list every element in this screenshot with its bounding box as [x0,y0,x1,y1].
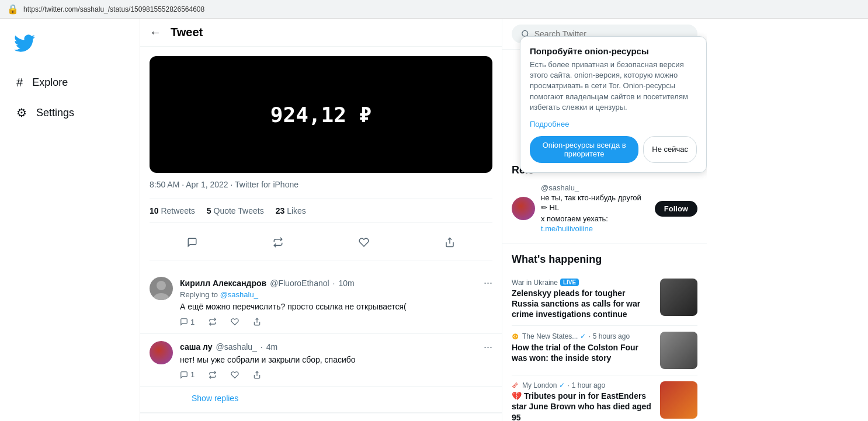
share-action-button[interactable] [440,232,460,255]
happening-category-june-brown: 🗞 My London ✓ · 1 hour ago [512,381,654,389]
show-replies-button[interactable]: Show replies [182,387,502,410]
happening-item-ukraine[interactable]: War in Ukraine LIVE Zelenskyy pleads for… [512,273,697,326]
onion-secondary-button[interactable]: Не сейчас [643,136,697,163]
happening-text-ukraine: War in Ukraine LIVE Zelenskyy pleads for… [512,279,654,320]
verified-icon-june-brown: ✓ [559,381,565,389]
svg-point-1 [157,281,166,290]
svg-point-5 [522,30,528,36]
happening-text-june-brown: 🗞 My London ✓ · 1 hour ago 💔 Tributes po… [512,381,654,421]
happening-thumb-june-brown [660,381,697,419]
onion-primary-button[interactable]: Onion-ресурсы всегда в приоритете [530,136,638,163]
reply-user-sasha: саша лу @sashalu_ · 4m [180,342,277,352]
reply-item-sasha: саша лу @sashalu_ · 4m ··· нет! мы уже с… [140,334,502,387]
kirill-time-val: 10m [339,279,355,288]
sasha-share-btn[interactable] [253,370,261,379]
retweet-stat[interactable]: 10 Retweets [150,206,195,215]
kirill-reply-btn[interactable]: 1 [180,318,195,326]
kirill-more-button[interactable]: ··· [484,277,492,289]
follow-button[interactable]: Follow [655,201,697,217]
right-sidebar: Попробуйте onion-ресурсы Есть более прив… [502,19,707,421]
happening-thumb-ukraine [660,279,697,316]
sasha-retweet-btn[interactable] [209,370,217,379]
reply-header-kirill: Кирилл Александров @FluoroEthanol · 10m … [180,277,492,289]
retweet-action-button[interactable] [268,232,288,255]
tweet-actions [150,228,492,260]
onion-popup-link[interactable]: Подробнее [530,120,569,128]
quote-stat[interactable]: 5 Quote Tweets [207,206,264,215]
person-handle-sasha[interactable]: @sashalu_ [541,183,649,192]
reply-action-button[interactable] [182,232,202,255]
sasha-reply-btn[interactable]: 1 [180,370,195,379]
reply-user-kirill: Кирилл Александров @FluoroEthanol · 10m [180,279,355,288]
tweet-meta: 8:50 AM · Apr 1, 2022 · Twitter for iPho… [150,180,492,189]
happening-title-colston: How the trial of the Colston Four was wo… [512,342,654,363]
person-item-sasha: @sashalu_ не ты, так кто-нибудь другой ✏… [512,183,697,234]
tweet-page-title: Tweet [171,26,203,39]
kirill-avatar[interactable] [150,277,173,300]
onion-popup-text: Есть более приватная и безопасная версия… [530,60,697,113]
happening-text-colston: ⊛ The New States... ✓ · 5 hours ago How … [512,332,654,369]
like-action-button[interactable] [354,232,374,255]
live-badge: LIVE [560,279,579,286]
kirill-share-btn[interactable] [253,318,261,326]
kirill-replying: Replying to @sashalu_ [180,290,492,299]
happening-item-colston[interactable]: ⊛ The New States... ✓ · 5 hours ago How … [512,326,697,375]
tweet-body: 924,12 ₽ 8:50 AM · Apr 1, 2022 · Twitter… [140,47,502,270]
happening-thumb-colston [660,332,697,369]
sasha-more-button[interactable]: ··· [484,341,492,353]
lock-icon: 🔒 [7,4,19,15]
sasha-handle[interactable]: @sashalu_ [216,342,257,352]
june-brown-emoji: 💔 [512,391,522,401]
show-more-replies-section: Show more replies [140,413,502,421]
back-button[interactable]: ← [150,26,161,39]
tweet-header: ← Tweet [140,19,502,47]
tweet-image-text: 924,12 ₽ [270,103,371,127]
onion-popup: Попробуйте onion-ресурсы Есть более прив… [520,36,707,173]
kirill-reply-text: А ещё можно перечислить? просто ссылка н… [180,301,492,313]
main-content: ← Tweet 924,12 ₽ 8:50 AM · Apr 1, 2022 ·… [140,19,502,421]
url-bar[interactable]: https://twitter.com/sashalu_/status/1509… [23,5,204,13]
settings-label: Settings [36,107,74,119]
sidebar-item-settings[interactable]: ⚙ Settings [9,100,130,126]
reply-content-kirill: Кирилл Александров @FluoroEthanol · 10m … [180,277,492,326]
person-avatar-sasha[interactable] [512,197,535,220]
kirill-replying-link[interactable]: @sashalu_ [220,290,258,299]
onion-popup-title: Попробуйте onion-ресурсы [530,46,697,56]
kirill-time: · [333,279,335,288]
happening-title-june-brown: 💔 Tributes pour in for EastEnders star J… [512,391,654,421]
happening-item-june-brown[interactable]: 🗞 My London ✓ · 1 hour ago 💔 Tributes po… [512,375,697,421]
happening-title-ukraine: Zelenskyy pleads for tougher Russia sanc… [512,288,654,320]
app-layout: # Explore ⚙ Settings ← Tweet 924,12 ₽ 8:… [0,19,868,421]
kirill-like-btn[interactable] [231,318,239,326]
person-bio-line1: не ты, так кто-нибудь другой ✏ HL [541,193,649,213]
kirill-name: Кирилл Александров [180,279,266,288]
sasha-dot: · [261,342,263,352]
likes-stat[interactable]: 23 Likes [276,206,306,215]
kirill-reply-actions: 1 [180,318,492,326]
reply-item-kirill: Кирилл Александров @FluoroEthanol · 10m … [140,270,502,334]
person-info-sasha: @sashalu_ не ты, так кто-нибудь другой ✏… [541,183,649,234]
happening-category-colston: ⊛ The New States... ✓ · 5 hours ago [512,332,654,341]
whats-happening-title: What's happening [512,253,697,266]
tweet-stats: 10 Retweets 5 Quote Tweets 23 Likes [150,199,492,223]
kirill-retweet-btn[interactable] [209,318,217,326]
browser-bar: 🔒 https://twitter.com/sashalu_/status/15… [0,0,868,19]
sasha-reply-text: нет! мы уже собрали и закрыли сбор, спас… [180,354,492,366]
verified-icon-colston: ✓ [580,332,586,340]
tweet-image: 924,12 ₽ [150,56,492,173]
twitter-logo[interactable] [9,28,130,61]
sidebar: # Explore ⚙ Settings [0,19,140,421]
person-bio-link[interactable]: t.me/huiiivoiiine [541,224,593,233]
kirill-handle[interactable]: @FluoroEthanol [270,279,329,288]
svg-point-2 [153,293,169,300]
reply-content-sasha: саша лу @sashalu_ · 4m ··· нет! мы уже с… [180,341,492,380]
sasha-name: саша лу [180,342,213,352]
sidebar-item-explore[interactable]: # Explore [9,70,130,95]
whats-happening-section: What's happening War in Ukraine LIVE Zel… [502,244,707,421]
happening-category-ukraine: War in Ukraine LIVE [512,279,654,287]
person-bio-line2: х помогаем уехать: t.me/huiiivoiiine [541,214,649,234]
sasha-avatar[interactable] [150,341,173,364]
sasha-like-btn[interactable] [231,370,239,379]
sasha-time-val: 4m [266,342,277,352]
reply-header-sasha: саша лу @sashalu_ · 4m ··· [180,341,492,353]
